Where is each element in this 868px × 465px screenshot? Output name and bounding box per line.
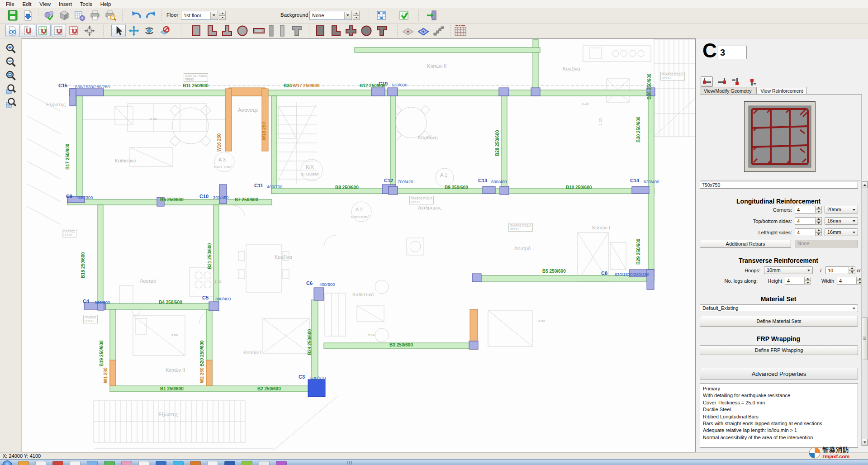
delete-tool-button[interactable] xyxy=(157,24,172,37)
scroll-up-arrow[interactable] xyxy=(862,181,868,188)
column-position-icon-1[interactable] xyxy=(701,76,713,87)
menu-tools[interactable]: Tools xyxy=(76,1,96,7)
define-frp-wrapping-button[interactable]: Define FRP Wrapping xyxy=(700,345,858,355)
taskbar-icon[interactable] xyxy=(35,461,46,465)
tab-view-modify-geometry[interactable]: View/Modify Geometry xyxy=(700,87,755,94)
top-bottom-spinner[interactable] xyxy=(815,217,822,225)
hoops-spacing-input[interactable] xyxy=(825,266,849,274)
column-position-icon-3[interactable] xyxy=(730,76,743,87)
left-right-count-input[interactable] xyxy=(795,228,816,236)
print-button[interactable] xyxy=(88,9,102,22)
hoops-diameter-select[interactable]: 10mm xyxy=(764,266,813,274)
taskbar-icon[interactable] xyxy=(121,461,132,465)
print-preview-button[interactable] xyxy=(103,9,118,22)
undo-button[interactable] xyxy=(129,9,144,22)
menu-file[interactable]: File xyxy=(2,1,19,7)
column-rect-button[interactable] xyxy=(313,24,327,37)
rotate-tool-button[interactable] xyxy=(142,24,157,37)
taskbar-icon[interactable] xyxy=(70,461,81,465)
taskbar-icon[interactable] xyxy=(259,461,270,465)
background-select[interactable]: None xyxy=(309,11,352,20)
pan-grid-button[interactable] xyxy=(82,24,97,37)
section-size-field[interactable]: 750x750 xyxy=(700,181,858,189)
menu-view[interactable]: View xyxy=(35,1,55,7)
column-L-button[interactable] xyxy=(328,24,343,37)
corners-diameter-select[interactable]: 20mm xyxy=(825,206,858,214)
panel-scrollbar[interactable] xyxy=(861,181,868,446)
hoops-spacing-spinner[interactable] xyxy=(849,266,855,274)
grid-settings-button[interactable] xyxy=(72,9,87,22)
taskbar-icon[interactable] xyxy=(224,461,235,465)
legs-width-input[interactable] xyxy=(837,277,857,285)
dwg-visibility-button[interactable] xyxy=(5,24,20,37)
blue-slab-button[interactable] xyxy=(416,24,431,37)
column-cross-button[interactable] xyxy=(344,24,358,37)
building-frame-button[interactable] xyxy=(453,24,468,37)
taskbar-icon[interactable] xyxy=(18,461,29,465)
grid-snap-green-button[interactable] xyxy=(36,24,51,37)
tab-view-reinforcement[interactable]: View Reinforcement xyxy=(756,87,807,94)
left-right-diameter-select[interactable]: 16mm xyxy=(825,228,858,236)
select-tool-button[interactable] xyxy=(111,24,126,37)
column-position-icon-2[interactable] xyxy=(716,76,728,87)
start-button[interactable] xyxy=(2,460,12,465)
section-L-button[interactable] xyxy=(204,24,219,37)
menu-edit[interactable]: Edit xyxy=(19,1,36,7)
grid-snap-button[interactable] xyxy=(52,24,66,37)
move-tool-button[interactable] xyxy=(127,24,141,37)
zoom-drawing-button[interactable] xyxy=(4,96,19,110)
column-position-icon-4[interactable] xyxy=(745,76,758,87)
drawing-canvas[interactable]: C15630/1530/280/280C9930/300C10300/450C1… xyxy=(22,38,696,452)
scroll-thumb[interactable] xyxy=(862,317,868,360)
left-right-spinner[interactable] xyxy=(815,228,822,236)
legs-height-input[interactable] xyxy=(785,277,805,285)
taskbar-icon[interactable] xyxy=(104,461,115,465)
column-circle-button[interactable] xyxy=(359,24,374,37)
section-T-foot-button[interactable] xyxy=(220,24,234,37)
scroll-down-arrow[interactable] xyxy=(862,439,868,446)
section-number-input[interactable] xyxy=(717,46,747,59)
taskbar-icon[interactable] xyxy=(207,461,218,465)
taskbar-icon[interactable] xyxy=(156,461,166,465)
section-bar2-button[interactable] xyxy=(278,24,287,37)
section-Tshape-button[interactable] xyxy=(289,24,304,37)
top-bottom-diameter-select[interactable]: 16mm xyxy=(825,217,858,225)
additional-rebars-button[interactable]: Additional Rebars xyxy=(700,240,791,248)
zoom-out-button[interactable] xyxy=(4,56,19,69)
slab-button[interactable] xyxy=(401,24,415,37)
floor-select[interactable]: 1st floor xyxy=(181,11,218,20)
corners-spinner[interactable] xyxy=(815,206,822,214)
taskbar-icon[interactable] xyxy=(242,461,252,465)
zoom-extents-button[interactable] xyxy=(4,69,19,83)
zoom-in-button[interactable] xyxy=(4,42,19,56)
taskbar-icon[interactable] xyxy=(52,461,63,465)
define-material-sets-button[interactable]: Define Material Sets xyxy=(700,316,858,327)
menu-insert[interactable]: Insert xyxy=(55,1,76,7)
redo-button[interactable] xyxy=(144,9,158,22)
zoom-window-button[interactable] xyxy=(4,83,19,96)
export-dwg-button[interactable] xyxy=(21,9,35,22)
stairs-button[interactable] xyxy=(432,24,446,37)
windows-taskbar[interactable] xyxy=(0,459,868,465)
renumber-button[interactable] xyxy=(375,9,389,22)
view-3d-button[interactable] xyxy=(57,9,71,22)
settings-button[interactable] xyxy=(42,9,56,22)
taskbar-icon[interactable] xyxy=(87,461,98,465)
floor-spinner[interactable] xyxy=(219,11,226,20)
advanced-properties-header[interactable]: Advanced Properties xyxy=(700,368,858,380)
section-rect-button[interactable] xyxy=(189,24,204,37)
material-set-select[interactable]: Default_Existing xyxy=(700,304,858,312)
red-grid-snap-button[interactable] xyxy=(67,24,81,37)
taskbar-icon[interactable] xyxy=(173,461,184,465)
section-circle-button[interactable] xyxy=(235,24,250,37)
save-button[interactable] xyxy=(5,9,20,22)
column-T-button[interactable] xyxy=(375,24,389,37)
corners-count-input[interactable] xyxy=(795,206,816,214)
taskbar-icon[interactable] xyxy=(138,461,149,465)
check-model-button[interactable] xyxy=(397,9,412,22)
taskbar-icon[interactable] xyxy=(276,461,287,465)
taskbar-icon[interactable] xyxy=(190,461,201,465)
background-spinner[interactable] xyxy=(353,11,360,20)
section-bar1-button[interactable] xyxy=(267,24,276,37)
exit-button[interactable] xyxy=(424,9,439,22)
